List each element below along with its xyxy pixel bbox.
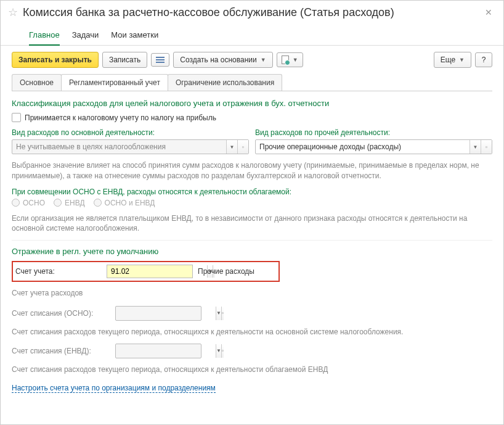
subtab-restriction[interactable]: Ограничение использования (168, 74, 282, 91)
open-icon[interactable]: ▫ (237, 140, 248, 154)
tax-accepted-checkbox[interactable] (12, 113, 21, 122)
radio-icon (94, 199, 102, 207)
open-icon[interactable]: ▫ (481, 140, 492, 154)
radio-icon (54, 199, 62, 207)
subtab-regulated[interactable]: Регламентированный учет (61, 74, 168, 91)
chevron-down-icon: ▼ (216, 344, 221, 358)
more-button[interactable]: Еще▼ (434, 52, 471, 68)
expense-main-input[interactable] (12, 140, 226, 154)
chevron-down-icon: ▼ (459, 57, 465, 63)
account-description: Прочие расходы (198, 267, 254, 276)
list-button[interactable] (151, 53, 169, 67)
divider (12, 240, 492, 241)
expense-other-lookup[interactable]: ▼ ▫ (255, 139, 492, 154)
favorite-star-icon[interactable]: ☆ (8, 6, 18, 19)
expense-other-input[interactable] (256, 140, 469, 154)
create-based-button[interactable]: Создать на основании▼ (173, 52, 272, 68)
save-and-close-button[interactable]: Записать и закрыть (12, 52, 99, 68)
tab-notes[interactable]: Мои заметки (111, 27, 158, 45)
chevron-down-icon[interactable]: ▼ (469, 140, 481, 154)
subtab-main[interactable]: Основное (12, 74, 62, 91)
account-lookup[interactable]: ▼ ▫ (107, 265, 193, 278)
configure-accounts-link[interactable]: Настроить счета учета по организациям и … (12, 384, 216, 393)
tax-accepted-label: Принимается к налоговому учету по налогу… (25, 113, 216, 122)
radio-icon (12, 199, 20, 207)
account-highlight-box: Счет учета: ▼ ▫ Прочие расходы (12, 261, 280, 282)
tab-tasks[interactable]: Задачи (72, 27, 99, 45)
open-icon: ▫ (221, 307, 224, 320)
chevron-down-icon: ▼ (261, 57, 266, 63)
section-classification-heading: Классификация расходов для целей налогов… (12, 99, 492, 108)
help-text-3: Счет списания расходов текущего периода,… (12, 327, 492, 337)
open-icon: ▫ (221, 344, 224, 358)
osno-envd-label: При совмещении ОСНО с ЕНВД, расходы отно… (12, 188, 492, 196)
save-button[interactable]: Записать (102, 52, 147, 68)
writeoff-osno-input (116, 307, 216, 320)
page-title: Комиссия банка за расчетно-кассовое обсл… (23, 6, 481, 19)
writeoff-osno-label: Счет списания (ОСНО): (12, 309, 110, 318)
list-icon (156, 56, 165, 64)
writeoff-envd-input (116, 344, 216, 358)
account-label: Счет учета: (15, 267, 102, 276)
help-text-2: Если организация не является плательщико… (12, 213, 492, 234)
expense-main-lookup[interactable]: ▼ ▫ (12, 139, 249, 154)
document-icon (282, 56, 289, 64)
expense-other-label: Вид расходов по прочей деятельности: (255, 128, 492, 137)
radio-osno: ОСНО (12, 199, 45, 207)
account-input[interactable] (107, 265, 207, 278)
help-button[interactable]: ? (475, 52, 492, 67)
writeoff-osno-lookup: ▼ ▫ (115, 306, 201, 321)
account-expenses-label: Счет учета расходов (12, 288, 492, 299)
chevron-down-icon: ▼ (216, 307, 221, 320)
writeoff-envd-lookup: ▼ ▫ (115, 344, 201, 358)
expense-main-label: Вид расходов по основной деятельности: (12, 128, 249, 137)
radio-both: ОСНО и ЕНВД (94, 199, 155, 207)
close-icon[interactable]: ✕ (481, 6, 496, 19)
help-text-4: Счет списания расходов текущего периода,… (12, 365, 492, 375)
tab-main[interactable]: Главное (29, 27, 60, 46)
section-default-heading: Отражение в регл. учете по умолчанию (12, 247, 492, 256)
chevron-down-icon[interactable]: ▼ (226, 140, 237, 154)
help-text-1: Выбранное значение влияет на способ прин… (12, 160, 492, 181)
radio-envd: ЕНВД (54, 199, 85, 207)
chevron-down-icon: ▼ (293, 57, 298, 63)
writeoff-envd-label: Счет списания (ЕНВД): (12, 347, 110, 355)
document-button[interactable]: ▼ (277, 52, 303, 67)
